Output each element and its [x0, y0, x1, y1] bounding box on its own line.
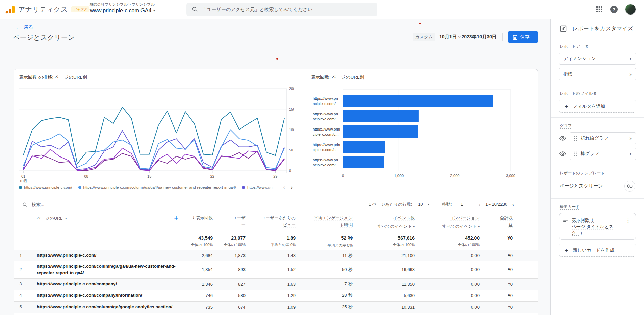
line-series: [23, 130, 284, 169]
svg-text:https://www.principle-c.com/c.: https://www.principle-c.com/c...: [313, 127, 340, 136]
bar: [343, 156, 384, 168]
line-chart: 050100150200010815222910月: [19, 85, 294, 188]
save-button[interactable]: 保存...: [508, 31, 538, 43]
metrics-button[interactable]: 指標 ›: [559, 68, 636, 80]
table-column-divider: [187, 211, 187, 315]
svg-text:3,000: 3,000: [506, 174, 515, 178]
table-row: 3https://www.principle-c.com/company/1,3…: [14, 278, 538, 290]
pagination-range: 1～10/2230: [485, 202, 507, 207]
svg-text:2,000: 2,000: [450, 174, 460, 178]
back-arrow-icon: ←: [16, 25, 20, 30]
template-name: ページとスクリーン: [560, 183, 603, 189]
bar: [343, 141, 385, 153]
chevron-right-icon: ›: [629, 55, 632, 62]
create-card-button[interactable]: ＋ 新しいカードを作成: [559, 244, 636, 257]
table-search-input[interactable]: [32, 202, 133, 207]
svg-text:50: 50: [289, 148, 293, 152]
metric-header[interactable]: イベント数すべてのイベント ▾: [353, 214, 415, 229]
report-card: 表示回数 の推移: ページのURL別 表示回数: ページのURL別 050100…: [14, 69, 538, 315]
help-icon[interactable]: ?: [610, 6, 618, 13]
date-range-selector[interactable]: 10月1日～2023年10月30日: [439, 34, 497, 40]
table-header-row: ページのURL▾ + ↓表示回数ユーザーユーザーあたりのビュー平均エンゲージメン…: [14, 211, 538, 235]
divider: [551, 165, 644, 165]
header-divider: [85, 4, 85, 15]
line-series: [23, 107, 284, 164]
summary-card[interactable]: 表示回数（ ページ タイトルとスク...） ⋮: [559, 213, 636, 240]
eye-icon[interactable]: [559, 150, 566, 158]
line-chart-legend: https://www.principle-c.com/ https://www…: [19, 183, 294, 191]
avatar[interactable]: [625, 4, 636, 15]
table-row: 6https://www.principle-c.com/column/tabl…: [14, 313, 538, 315]
chevron-down-icon: ▾: [428, 203, 429, 206]
apps-grid-icon[interactable]: [596, 6, 603, 13]
chevron-right-icon: ›: [629, 71, 632, 78]
metric-header[interactable]: 合計収益: [480, 214, 513, 229]
table-row: 5https://www.principle-c.com/column/ga/g…: [14, 301, 538, 313]
eye-icon[interactable]: [559, 135, 566, 142]
metric-header[interactable]: ユーザー: [213, 214, 246, 229]
ga-logo[interactable]: アナリティクス アルファ: [5, 5, 89, 14]
report-data-label: レポートデータ: [560, 44, 588, 49]
bar: [343, 95, 493, 107]
add-column-button[interactable]: +: [174, 214, 178, 222]
add-filter-button[interactable]: ＋ フィルタを追加: [559, 100, 636, 113]
card-list-icon: [563, 218, 568, 223]
table-search[interactable]: [22, 202, 369, 207]
metric-header[interactable]: 平均エンゲージメント時間: [296, 214, 353, 229]
svg-text:0: 0: [289, 169, 291, 173]
page-title: ページとスクリーン: [13, 33, 75, 42]
svg-text:29: 29: [273, 174, 277, 178]
unlink-icon: [627, 183, 633, 189]
svg-text:08: 08: [84, 174, 88, 178]
page-url-cell: https://www.principle-c.com/: [27, 250, 187, 261]
sort-arrow-icon: ↓: [192, 214, 195, 222]
global-search[interactable]: [186, 3, 377, 16]
metric-header[interactable]: ユーザーあたりのビュー: [246, 214, 296, 229]
legend-next-icon[interactable]: ›: [291, 183, 293, 191]
svg-text:150: 150: [289, 107, 294, 111]
plus-icon: ＋: [563, 102, 569, 110]
chevron-right-icon: ›: [629, 150, 632, 157]
template-section-label: レポートのテンプレート: [560, 170, 605, 176]
svg-text:200: 200: [289, 87, 294, 91]
rows-per-page-select[interactable]: 10 ▾: [415, 201, 430, 208]
property-selector[interactable]: www.principle-c.com GA4 ▾: [90, 8, 155, 14]
prev-page-icon[interactable]: ‹: [479, 202, 481, 208]
search-icon: [22, 202, 28, 207]
next-page-icon[interactable]: ›: [512, 202, 514, 208]
plus-icon: ＋: [563, 246, 569, 254]
bar-chart: 01,0002,0003,000https://www.principle-c.…: [311, 85, 534, 188]
bar: [343, 110, 419, 122]
page-url-cell: https://www.principle-c.com/column/table…: [27, 313, 187, 315]
bar: [343, 125, 418, 138]
legend-item: https://www.principle-c.com/column/ga/ga…: [78, 185, 236, 189]
metric-header[interactable]: コンバージョンすべてのイベント ▾: [415, 214, 480, 229]
svg-text:https://www.principle-c.com/..: https://www.principle-c.com/...: [313, 112, 339, 121]
divider: [551, 117, 644, 118]
legend-prev-icon[interactable]: ‹: [283, 183, 285, 191]
summary-card-label: 概要カード: [560, 204, 580, 210]
dimension-header[interactable]: ページのURL▾ +: [27, 214, 187, 222]
legend-item: https://www.principle-c.c: [242, 185, 274, 189]
red-marker-dot: [276, 58, 278, 60]
metric-header[interactable]: ↓表示回数: [187, 214, 213, 222]
unlink-template-button[interactable]: [624, 181, 635, 192]
svg-text:10月: 10月: [19, 179, 27, 183]
divider: [551, 38, 644, 38]
goto-page-input[interactable]: 1: [455, 201, 468, 208]
back-button[interactable]: ← 戻る: [16, 24, 33, 30]
table-toolbar: 1 ページあたりの行数: 10 ▾ 移動: 1 ‹ 1～10/2230 ›: [14, 198, 538, 211]
global-search-input[interactable]: [202, 7, 364, 12]
line-graph-button[interactable]: 折れ線グラフ ›: [570, 132, 636, 144]
table-totals-row: 43,549全体の 100%23,077全体の 100%1.89平均との差 0%…: [14, 235, 538, 250]
bar-graph-button[interactable]: 棒グラフ ›: [570, 148, 636, 160]
more-options-icon[interactable]: ⋮: [624, 217, 632, 224]
chevron-down-icon: ▾: [153, 9, 155, 12]
bar-chart-title: 表示回数: ページのURL別: [311, 74, 364, 80]
drag-handle-icon: [574, 151, 577, 156]
goto-label: 移動:: [442, 202, 452, 207]
svg-text:22: 22: [210, 174, 214, 178]
drag-handle-icon: [574, 136, 577, 141]
account-breadcrumb[interactable]: 株式会社プリンシプル > プリンシブル: [90, 2, 155, 7]
dimensions-button[interactable]: ディメンション ›: [559, 53, 636, 65]
